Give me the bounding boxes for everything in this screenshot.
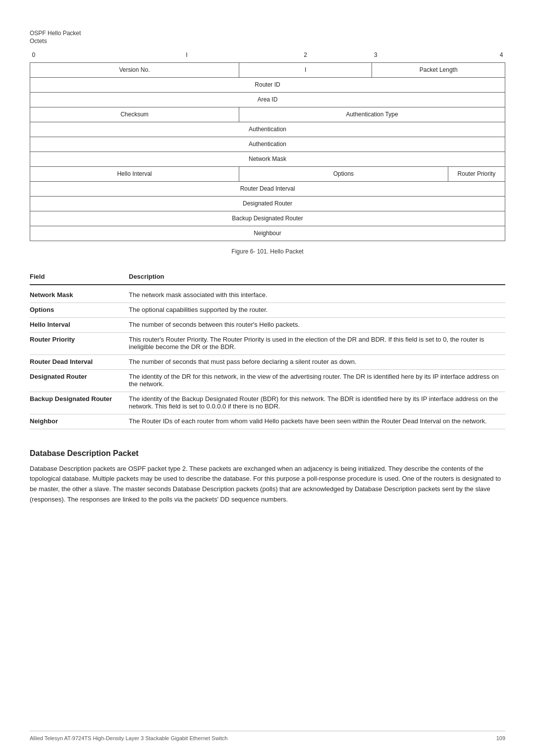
field-name-6: Backup Designated Router [30, 392, 129, 414]
field-desc-1: The optional capabilities supported by t… [129, 302, 505, 317]
octet-0: 0 [30, 48, 135, 62]
field-desc-5: The identity of the DR for this network,… [129, 369, 505, 392]
footer-right: 109 [496, 735, 505, 741]
diagram-row-1: Router ID [30, 77, 505, 92]
diagram-body: Version No.IPacket LengthRouter IDArea I… [30, 62, 505, 241]
diagram-row-4: Authentication [30, 122, 505, 137]
diagram-cell-5-0: Authentication [30, 137, 505, 151]
octet-header-row: 0 I 2 3 4 [30, 48, 505, 62]
field-desc-0: The network mask associated with this in… [129, 285, 505, 303]
diagram-row-11: Neighbour [30, 226, 505, 241]
database-section: Database Description Packet Database Des… [30, 449, 505, 505]
field-table: Field Description Network MaskThe networ… [30, 270, 505, 429]
field-desc-3: This router's Router Priority. The Route… [129, 332, 505, 354]
field-table-header: Field Description [30, 270, 505, 285]
field-row-0: Network MaskThe network mask associated … [30, 285, 505, 303]
diagram-cell-7-1: Options [239, 166, 448, 181]
diagram-row-9: Designated Router [30, 196, 505, 211]
field-desc-6: The identity of the Backup Designated Ro… [129, 392, 505, 414]
field-name-1: Options [30, 302, 129, 317]
diagram-cell-10-0: Backup Designated Router [30, 211, 505, 226]
field-desc-2: The number of seconds between this route… [129, 317, 505, 332]
diagram-row-8: Router Dead Interval [30, 181, 505, 196]
field-name-0: Network Mask [30, 285, 129, 303]
col-description: Description [129, 270, 505, 285]
diagram-cell-2-0: Area ID [30, 92, 505, 107]
field-row-5: Designated RouterThe identity of the DR … [30, 369, 505, 392]
field-row-3: Router PriorityThis router's Router Prio… [30, 332, 505, 354]
diagram-row-3: ChecksumAuthentication Type [30, 107, 505, 122]
diagram-row-10: Backup Designated Router [30, 211, 505, 226]
diagram-cell-3-0: Checksum [30, 107, 239, 122]
database-section-heading: Database Description Packet [30, 449, 505, 458]
diagram-cell-7-2: Router Priority [448, 166, 505, 181]
page-footer: Allied Telesyn AT-9724TS High-Density La… [30, 731, 505, 741]
field-name-7: Neighbor [30, 414, 129, 429]
diagram-subtitle: Octets [30, 38, 505, 45]
field-table-body: Network MaskThe network mask associated … [30, 285, 505, 429]
diagram-cell-8-0: Router Dead Interval [30, 181, 505, 196]
octet-4: 4 [448, 48, 505, 62]
packet-diagram: 0 I 2 3 4 Version No.IPacket LengthRoute… [30, 48, 505, 241]
field-desc-7: The Router IDs of each router from whom … [129, 414, 505, 429]
field-row-6: Backup Designated RouterThe identity of … [30, 392, 505, 414]
field-row-4: Router Dead IntervalThe number of second… [30, 354, 505, 369]
octet-2: 2 [239, 48, 372, 62]
diagram-row-2: Area ID [30, 92, 505, 107]
diagram-cell-11-0: Neighbour [30, 226, 505, 241]
diagram-row-0: Version No.IPacket Length [30, 62, 505, 77]
field-desc-4: The number of seconds that must pass bef… [129, 354, 505, 369]
diagram-row-6: Network Mask [30, 151, 505, 166]
field-row-7: NeighborThe Router IDs of each router fr… [30, 414, 505, 429]
diagram-cell-0-2: Packet Length [372, 62, 505, 77]
diagram-row-5: Authentication [30, 137, 505, 151]
field-name-5: Designated Router [30, 369, 129, 392]
field-row-1: OptionsThe optional capabilities support… [30, 302, 505, 317]
field-name-3: Router Priority [30, 332, 129, 354]
field-row-2: Hello IntervalThe number of seconds betw… [30, 317, 505, 332]
diagram-title: OSPF Hello Packet [30, 30, 505, 37]
octet-3: 3 [372, 48, 448, 62]
database-section-body: Database Description packets are OSPF pa… [30, 464, 505, 505]
diagram-cell-7-0: Hello Interval [30, 166, 239, 181]
figure-caption: Figure 6- 101. Hello Packet [30, 248, 505, 255]
col-field: Field [30, 270, 129, 285]
diagram-cell-0-1: I [239, 62, 372, 77]
field-name-2: Hello Interval [30, 317, 129, 332]
diagram-section: OSPF Hello Packet Octets 0 I 2 3 4 Versi… [30, 30, 505, 255]
diagram-row-7: Hello IntervalOptionsRouter Priority [30, 166, 505, 181]
octet-1: I [134, 48, 239, 62]
footer-left: Allied Telesyn AT-9724TS High-Density La… [30, 735, 227, 741]
field-name-4: Router Dead Interval [30, 354, 129, 369]
diagram-cell-1-0: Router ID [30, 77, 505, 92]
diagram-cell-9-0: Designated Router [30, 196, 505, 211]
page-content: OSPF Hello Packet Octets 0 I 2 3 4 Versi… [30, 30, 505, 505]
diagram-cell-6-0: Network Mask [30, 151, 505, 166]
diagram-cell-0-0: Version No. [30, 62, 239, 77]
diagram-cell-4-0: Authentication [30, 122, 505, 137]
diagram-cell-3-1: Authentication Type [239, 107, 505, 122]
